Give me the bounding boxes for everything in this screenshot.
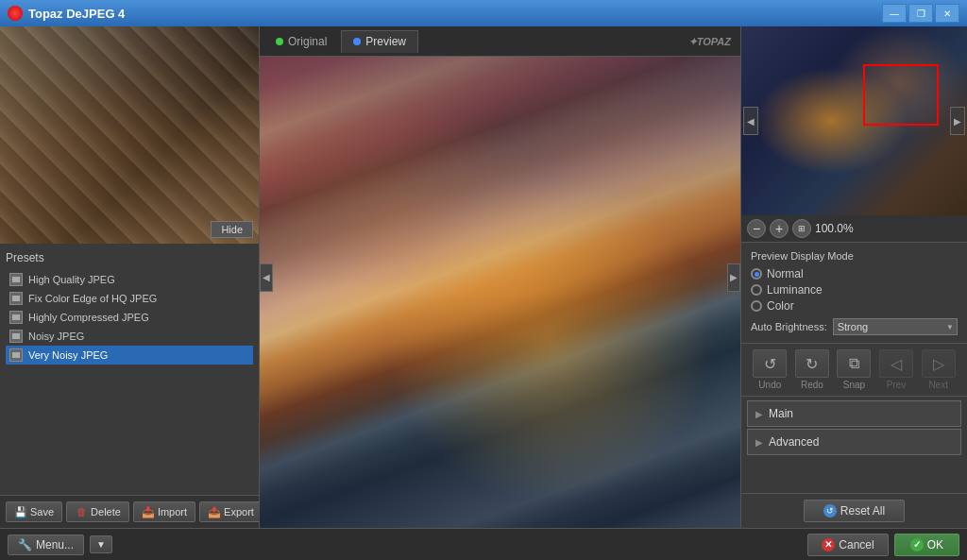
tab-preview[interactable]: Preview <box>341 30 418 53</box>
app-icon <box>8 6 23 21</box>
radio-normal-label: Normal <box>767 267 804 280</box>
preset-icon <box>9 273 23 286</box>
bottom-bar: 🔧 Menu... ▼ ✕ Cancel ✓ OK <box>0 528 967 560</box>
accordion-advanced-arrow: ▶ <box>755 437 763 448</box>
snap-tool[interactable]: ⧉ Snap <box>837 349 871 390</box>
delete-button[interactable]: 🗑 Delete <box>66 501 129 522</box>
reset-all-button[interactable]: ↺ Reset All <box>804 500 905 522</box>
zoom-out-button[interactable]: − <box>747 219 766 238</box>
save-button[interactable]: 💾 Save <box>6 501 62 522</box>
main-image <box>260 57 740 528</box>
menu-dropdown-arrow[interactable]: ▼ <box>90 535 112 553</box>
center-wrapper: ◀ ▶ Original Preview ✦TOPAZ <box>260 26 740 528</box>
bottom-right-btns: ✕ Cancel ✓ OK <box>807 534 959 556</box>
auto-brightness-select-wrap: None Weak Normal Strong <box>833 318 958 335</box>
radio-normal[interactable]: Normal <box>751 267 958 280</box>
preview-thumbnail: ◀ ▶ <box>741 26 967 215</box>
accordion-main-header[interactable]: ▶ Main <box>747 400 961 427</box>
redo-tool[interactable]: ↻ Redo <box>795 349 829 390</box>
delete-icon: 🗑 <box>75 505 88 518</box>
auto-brightness-select[interactable]: None Weak Normal Strong <box>833 318 958 335</box>
title-bar: Topaz DeJPEG 4 — ❐ ✕ <box>0 0 967 26</box>
left-panel: Hide Presets High Quality JPEG Fix Color… <box>0 26 260 528</box>
list-item[interactable]: Highly Compressed JPEG <box>6 308 253 327</box>
thumbnail-area: Hide <box>0 26 259 244</box>
list-item[interactable]: High Quality JPEG <box>6 270 253 289</box>
menu-button[interactable]: 🔧 Menu... <box>8 535 84 555</box>
accordion-advanced: ▶ Advanced <box>747 429 961 455</box>
zoom-in-button[interactable]: + <box>770 219 789 238</box>
close-button[interactable]: ✕ <box>935 4 959 23</box>
image-area <box>260 57 740 528</box>
hide-button[interactable]: Hide <box>211 221 253 238</box>
radio-color-circle <box>751 300 762 312</box>
radio-luminance[interactable]: Luminance <box>751 283 958 297</box>
export-button[interactable]: 📤 Export <box>199 501 263 522</box>
prev-arrow[interactable]: ◀ <box>743 107 758 135</box>
auto-brightness-label: Auto Brightness: <box>751 321 827 332</box>
reset-icon: ↺ <box>823 504 837 518</box>
export-icon: 📤 <box>208 505 221 518</box>
import-icon: 📥 <box>142 505 155 518</box>
reset-section: ↺ Reset All <box>741 493 967 528</box>
original-dot <box>276 38 283 45</box>
next-arrow[interactable]: ▶ <box>950 107 965 135</box>
snap-label: Snap <box>843 380 865 390</box>
accordion-main-label: Main <box>769 407 793 420</box>
preset-icon <box>9 348 23 362</box>
presets-section: Presets High Quality JPEG Fix Color Edge… <box>0 244 259 495</box>
accordion-advanced-header[interactable]: ▶ Advanced <box>747 429 961 455</box>
list-item[interactable]: Fix Color Edge of HQ JPEG <box>6 289 253 308</box>
preset-icon <box>9 292 23 305</box>
prev-tool[interactable]: ◁ Prev <box>879 349 913 390</box>
display-mode-section: Preview Display Mode Normal Luminance Co… <box>741 243 967 344</box>
preset-label: High Quality JPEG <box>28 274 115 285</box>
maximize-button[interactable]: ❐ <box>908 4 933 23</box>
ok-button[interactable]: ✓ OK <box>894 534 959 556</box>
right-expand-arrow[interactable]: ▶ <box>727 263 740 292</box>
preset-label: Fix Color Edge of HQ JPEG <box>28 293 157 304</box>
next-tool[interactable]: ▷ Next <box>922 349 956 390</box>
window-controls: — ❐ ✕ <box>882 4 959 23</box>
redo-icon: ↻ <box>795 349 829 378</box>
menu-wrench-icon: 🔧 <box>18 538 32 552</box>
preset-list: High Quality JPEG Fix Color Edge of HQ J… <box>6 270 253 487</box>
tab-bar: Original Preview ✦TOPAZ <box>260 26 740 57</box>
import-button[interactable]: 📥 Import <box>133 501 195 522</box>
snap-icon: ⧉ <box>837 349 871 378</box>
preset-label: Noisy JPEG <box>28 331 84 342</box>
undo-label: Undo <box>758 380 781 390</box>
app-title: Topaz DeJPEG 4 <box>28 7 125 21</box>
radio-normal-circle <box>751 268 762 280</box>
presets-label: Presets <box>6 251 253 264</box>
list-item[interactable]: Very Noisy JPEG <box>6 346 253 365</box>
thumbnail-overlay <box>0 26 259 244</box>
preset-icon <box>9 311 23 324</box>
undo-tool[interactable]: ↺ Undo <box>753 349 787 390</box>
tools-row: ↺ Undo ↻ Redo ⧉ Snap ◁ Prev ▷ Next <box>749 349 959 390</box>
left-expand-arrow[interactable]: ◀ <box>260 263 273 292</box>
redo-label: Redo <box>801 380 823 390</box>
display-mode-title: Preview Display Mode <box>751 250 958 262</box>
accordion-advanced-label: Advanced <box>769 435 819 449</box>
list-item[interactable]: Noisy JPEG <box>6 327 253 346</box>
topaz-logo: ✦TOPAZ <box>688 35 731 47</box>
radio-color-label: Color <box>767 299 794 313</box>
next-icon: ▷ <box>922 349 956 378</box>
preset-icon <box>9 330 23 343</box>
right-panel: ◀ ▶ − + ⊞ 100.0% Preview Display Mode No… <box>740 26 967 528</box>
tab-original[interactable]: Original <box>263 30 339 53</box>
zoom-fit-button[interactable]: ⊞ <box>792 219 811 238</box>
main-content: Hide Presets High Quality JPEG Fix Color… <box>0 26 967 528</box>
cancel-button[interactable]: ✕ Cancel <box>807 534 888 556</box>
minimize-button[interactable]: — <box>882 4 907 23</box>
center-panel: Original Preview ✦TOPAZ <box>260 26 740 528</box>
preset-label: Highly Compressed JPEG <box>28 312 149 323</box>
preview-selection-rect <box>863 64 939 126</box>
radio-color[interactable]: Color <box>751 299 958 313</box>
auto-brightness-row: Auto Brightness: None Weak Normal Strong <box>751 318 958 335</box>
prev-icon: ◁ <box>879 349 913 378</box>
ok-icon: ✓ <box>910 538 924 552</box>
prev-label: Prev <box>887 380 907 390</box>
preview-dot <box>353 38 361 45</box>
